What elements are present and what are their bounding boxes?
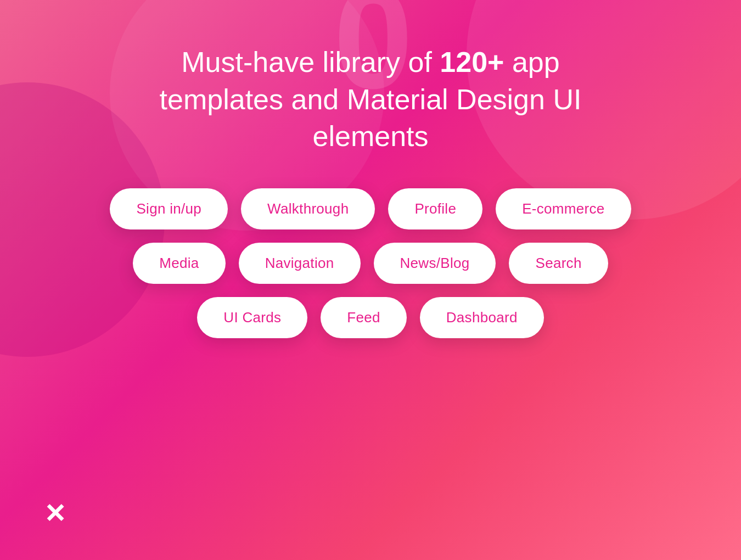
close-button[interactable]: ✕: [44, 501, 66, 527]
headline: Must-have library of 120+ app templates …: [137, 44, 604, 155]
btn-media[interactable]: Media: [133, 243, 225, 284]
buttons-row-2: Media Navigation News/Blog Search: [133, 243, 608, 284]
btn-search[interactable]: Search: [509, 243, 608, 284]
buttons-grid: Sign in/up Walkthrough Profile E-commerc…: [0, 188, 741, 338]
btn-news-blog[interactable]: News/Blog: [374, 243, 496, 284]
headline-text-before: Must-have library of: [181, 46, 440, 78]
headline-bold: 120+: [440, 46, 504, 78]
btn-dashboard[interactable]: Dashboard: [420, 297, 544, 338]
btn-ecommerce[interactable]: E-commerce: [496, 188, 631, 229]
btn-navigation[interactable]: Navigation: [239, 243, 361, 284]
buttons-row-3: UI Cards Feed Dashboard: [197, 297, 543, 338]
buttons-row-1: Sign in/up Walkthrough Profile E-commerc…: [110, 188, 631, 229]
btn-ui-cards[interactable]: UI Cards: [197, 297, 307, 338]
main-content: Must-have library of 120+ app templates …: [0, 0, 741, 338]
btn-walkthrough[interactable]: Walkthrough: [241, 188, 375, 229]
btn-profile[interactable]: Profile: [388, 188, 482, 229]
btn-sign-in-up[interactable]: Sign in/up: [110, 188, 228, 229]
btn-feed[interactable]: Feed: [321, 297, 406, 338]
